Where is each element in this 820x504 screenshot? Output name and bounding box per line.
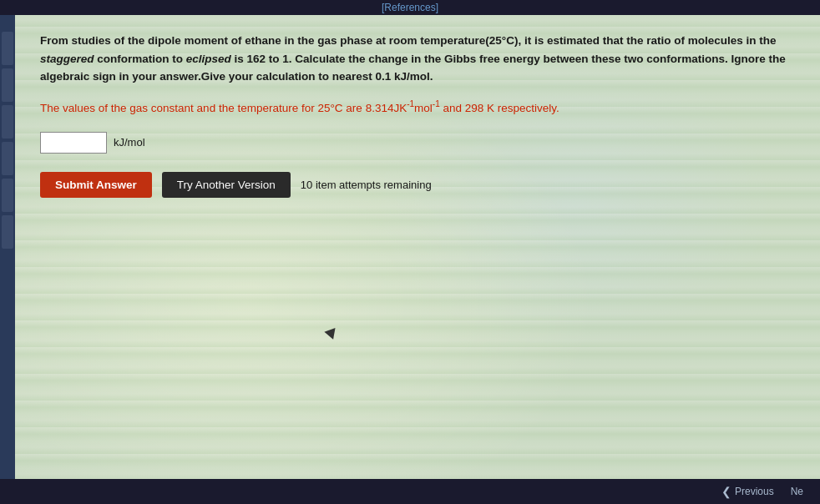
- input-row: kJ/mol: [40, 132, 795, 154]
- hint-text: The values of the gas constant and the t…: [40, 98, 792, 117]
- question-text: From studies of the dipole moment of eth…: [40, 32, 795, 86]
- previous-chevron-icon: ❮: [721, 485, 731, 498]
- sidebar-tab-1[interactable]: [2, 32, 13, 65]
- sidebar: [0, 15, 15, 504]
- references-link[interactable]: [References]: [382, 2, 438, 13]
- previous-button[interactable]: ❮ Previous: [721, 485, 774, 498]
- sidebar-tab-6[interactable]: [2, 215, 13, 249]
- top-bar: [References]: [0, 0, 820, 15]
- try-another-button[interactable]: Try Another Version: [162, 172, 291, 198]
- sidebar-tab-4[interactable]: [2, 142, 13, 175]
- sidebar-tab-3[interactable]: [2, 105, 13, 139]
- sidebar-tab-2[interactable]: [2, 68, 13, 102]
- submit-button[interactable]: Submit Answer: [40, 172, 152, 198]
- next-label: Ne: [791, 486, 803, 497]
- unit-label: kJ/mol: [114, 136, 145, 149]
- next-button[interactable]: Ne: [791, 486, 803, 497]
- bottom-nav: ❮ Previous Ne: [0, 479, 820, 504]
- sidebar-tab-5[interactable]: [2, 179, 13, 212]
- button-row: Submit Answer Try Another Version 10 ite…: [40, 172, 795, 198]
- content-area: From studies of the dipole moment of eth…: [15, 15, 820, 479]
- answer-input[interactable]: [40, 132, 107, 154]
- previous-label: Previous: [735, 486, 774, 497]
- attempts-text: 10 item attempts remaining: [301, 179, 432, 191]
